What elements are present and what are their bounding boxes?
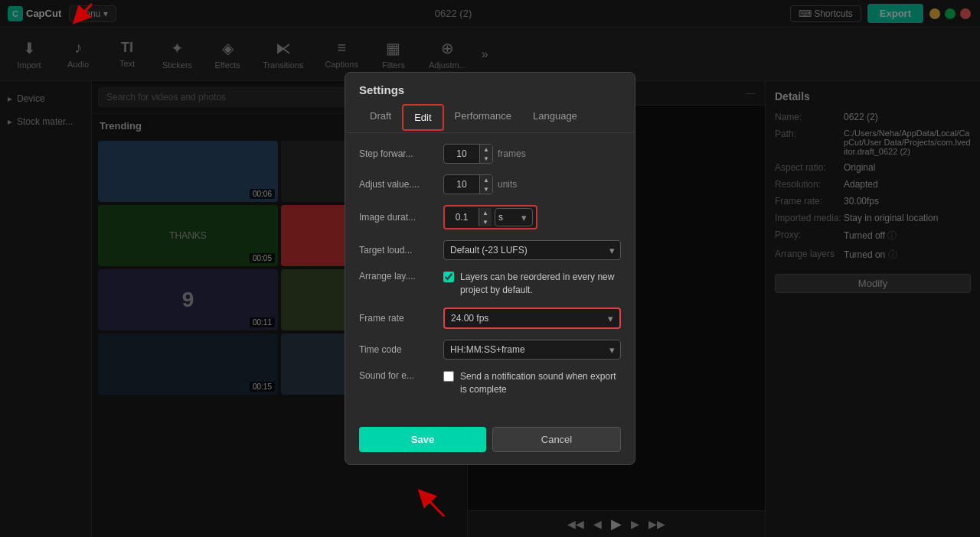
step-forward-input-wrap: ▲ ▼ (443, 144, 493, 164)
dialog-tabs: Draft Edit Performance Language (345, 104, 635, 133)
time-code-select-wrap: HH:MM:SS+frame HH:MM:SS:frame (443, 340, 621, 360)
dialog-body: Step forwar... ▲ ▼ frames Adjust value..… (345, 133, 635, 417)
frame-rate-row: Frame rate 24.00 fps 25.00 fps 30.00 fps… (359, 308, 621, 329)
step-forward-label: Step forwar... (359, 148, 443, 159)
image-duration-down[interactable]: ▼ (479, 217, 492, 226)
tab-language[interactable]: Language (522, 104, 588, 132)
image-duration-unit-wrap: s frames (495, 208, 533, 226)
settings-dialog: Settings Draft Edit Performance Language… (345, 72, 635, 464)
frame-rate-select-wrap: 24.00 fps 25.00 fps 30.00 fps 60.00 fps (443, 308, 621, 329)
image-duration-up[interactable]: ▲ (479, 208, 492, 217)
arrange-layers-text: Layers can be reordered in every new pro… (460, 271, 621, 297)
adjust-value-label: Adjust value.... (359, 179, 443, 190)
target-loudness-row: Target loud... Default (-23 LUFS) -14 LU… (359, 240, 621, 260)
adjust-value-down[interactable]: ▼ (480, 184, 492, 194)
target-loudness-select[interactable]: Default (-23 LUFS) -14 LUFS -16 LUFS -23… (443, 240, 621, 260)
dialog-title: Settings (345, 73, 635, 104)
tab-performance[interactable]: Performance (444, 104, 522, 132)
sound-export-checkbox-wrap: Send a notification sound when export is… (443, 370, 621, 396)
save-button[interactable]: Save (359, 427, 486, 452)
tab-draft[interactable]: Draft (359, 104, 402, 132)
cancel-button[interactable]: Cancel (492, 427, 621, 452)
time-code-label: Time code (359, 344, 443, 355)
step-forward-up[interactable]: ▲ (480, 145, 492, 154)
arrange-layers-checkbox-wrap: Layers can be reordered in every new pro… (443, 271, 621, 297)
adjust-value-up[interactable]: ▲ (480, 175, 492, 184)
arrange-layers-label: Arrange lay.... (359, 271, 443, 282)
frame-rate-select[interactable]: 24.00 fps 25.00 fps 30.00 fps 60.00 fps (445, 309, 619, 327)
time-code-row: Time code HH:MM:SS+frame HH:MM:SS:frame (359, 340, 621, 360)
frame-rate-label: Frame rate (359, 313, 443, 324)
frame-rate-control: 24.00 fps 25.00 fps 30.00 fps 60.00 fps (443, 308, 621, 329)
image-duration-input[interactable] (448, 209, 475, 226)
step-forward-control: ▲ ▼ frames (443, 144, 621, 164)
tab-edit[interactable]: Edit (402, 104, 443, 131)
adjust-value-control: ▲ ▼ units (443, 174, 621, 194)
settings-overlay: Settings Draft Edit Performance Language… (0, 0, 980, 537)
step-forward-row: Step forwar... ▲ ▼ frames (359, 144, 621, 164)
target-loudness-label: Target loud... (359, 245, 443, 255)
sound-export-row: Sound for e... Send a notification sound… (359, 370, 621, 396)
image-duration-spinners: ▲ ▼ (479, 208, 492, 226)
sound-export-control: Send a notification sound when export is… (443, 370, 621, 396)
image-duration-highlight: ▲ ▼ s frames (443, 205, 537, 229)
step-forward-unit: frames (498, 148, 526, 159)
step-forward-spinners: ▲ ▼ (479, 145, 492, 163)
image-duration-unit-select[interactable]: s frames (495, 208, 533, 226)
adjust-value-input-wrap: ▲ ▼ (443, 174, 493, 194)
arrange-layers-control: Layers can be reordered in every new pro… (443, 271, 621, 297)
sound-export-label: Sound for e... (359, 370, 443, 381)
sound-export-checkbox[interactable] (443, 371, 454, 382)
target-loudness-control: Default (-23 LUFS) -14 LUFS -16 LUFS -23… (443, 240, 621, 260)
time-code-control: HH:MM:SS+frame HH:MM:SS:frame (443, 340, 621, 360)
image-duration-control: ▲ ▼ s frames (443, 205, 621, 229)
adjust-value-spinners: ▲ ▼ (479, 175, 492, 194)
arrange-layers-checkbox[interactable] (443, 272, 454, 282)
adjust-value-input[interactable] (444, 176, 479, 193)
image-duration-label: Image durat... (359, 212, 443, 223)
adjust-value-unit: units (498, 179, 517, 190)
arrange-layers-row: Arrange lay.... Layers can be reordered … (359, 271, 621, 297)
adjust-value-row: Adjust value.... ▲ ▼ units (359, 174, 621, 194)
time-code-select[interactable]: HH:MM:SS+frame HH:MM:SS:frame (443, 340, 621, 360)
step-forward-down[interactable]: ▼ (480, 154, 492, 163)
step-forward-input[interactable] (444, 145, 479, 162)
image-duration-row: Image durat... ▲ ▼ s frames (359, 205, 621, 229)
dialog-footer: Save Cancel (345, 418, 635, 464)
sound-export-text: Send a notification sound when export is… (460, 370, 621, 396)
target-loudness-select-wrap: Default (-23 LUFS) -14 LUFS -16 LUFS -23… (443, 240, 621, 260)
